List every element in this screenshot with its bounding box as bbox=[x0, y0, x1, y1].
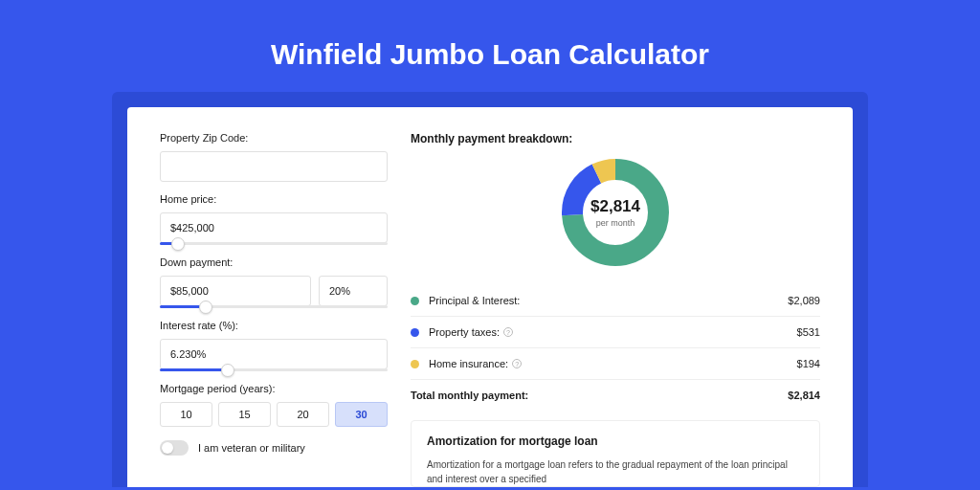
breakdown-label-insurance-text: Home insurance: bbox=[429, 358, 508, 369]
mortgage-period-group: Mortgage period (years): 10 15 20 30 bbox=[160, 383, 388, 427]
down-payment-pct-input[interactable] bbox=[319, 276, 388, 306]
veteran-toggle-row: I am veteran or military bbox=[160, 440, 388, 456]
interest-rate-input[interactable] bbox=[160, 339, 388, 369]
breakdown-row-insurance: Home insurance: ? $194 bbox=[411, 347, 820, 379]
down-payment-input[interactable] bbox=[160, 276, 311, 306]
interest-rate-group: Interest rate (%): bbox=[160, 320, 388, 371]
interest-rate-label: Interest rate (%): bbox=[160, 320, 388, 331]
home-price-input[interactable] bbox=[160, 212, 388, 243]
breakdown-row-total: Total monthly payment: $2,814 bbox=[411, 379, 820, 411]
down-payment-group: Down payment: bbox=[160, 256, 388, 308]
breakdown-row-taxes: Property taxes: ? $531 bbox=[411, 316, 820, 347]
amortization-card: Amortization for mortgage loan Amortizat… bbox=[411, 420, 820, 487]
down-payment-label: Down payment: bbox=[160, 256, 388, 268]
veteran-toggle[interactable] bbox=[160, 440, 189, 456]
dot-taxes bbox=[411, 328, 419, 337]
home-price-slider[interactable] bbox=[160, 242, 388, 245]
zip-input[interactable] bbox=[160, 151, 388, 182]
breakdown-row-principal: Principal & Interest: $2,089 bbox=[411, 285, 820, 316]
period-btn-15[interactable]: 15 bbox=[218, 402, 271, 427]
mortgage-period-label: Mortgage period (years): bbox=[160, 383, 388, 394]
donut-center-value: $2,814 bbox=[590, 197, 640, 216]
mortgage-period-options: 10 15 20 30 bbox=[160, 402, 388, 427]
interest-rate-slider-thumb[interactable] bbox=[221, 364, 234, 377]
period-btn-20[interactable]: 20 bbox=[277, 402, 329, 427]
home-price-label: Home price: bbox=[160, 193, 388, 205]
page-title: Winfield Jumbo Loan Calculator bbox=[0, 0, 980, 92]
breakdown-value-insurance: $194 bbox=[797, 358, 820, 369]
info-icon[interactable]: ? bbox=[503, 327, 513, 337]
zip-label: Property Zip Code: bbox=[160, 132, 388, 144]
donut-center-sub: per month bbox=[596, 218, 635, 228]
breakdown-value-taxes: $531 bbox=[797, 326, 820, 338]
interest-rate-slider-fill bbox=[160, 368, 228, 371]
period-btn-10[interactable]: 10 bbox=[160, 402, 212, 427]
home-price-slider-thumb[interactable] bbox=[171, 237, 185, 251]
period-btn-30[interactable]: 30 bbox=[335, 402, 388, 427]
info-icon[interactable]: ? bbox=[512, 359, 522, 368]
home-price-group: Home price: bbox=[160, 193, 388, 245]
interest-rate-slider[interactable] bbox=[160, 368, 388, 371]
breakdown-label-taxes: Property taxes: ? bbox=[429, 326, 797, 338]
breakdown-total-value: $2,814 bbox=[788, 390, 820, 401]
dot-principal bbox=[411, 297, 419, 305]
breakdown-label-principal: Principal & Interest: bbox=[429, 295, 788, 306]
amortization-body: Amortization for a mortgage loan refers … bbox=[427, 457, 804, 486]
donut-chart-wrap: $2,814 per month bbox=[411, 155, 820, 270]
breakdown-heading: Monthly payment breakdown: bbox=[411, 132, 820, 145]
breakdown-label-taxes-text: Property taxes: bbox=[429, 326, 500, 338]
amortization-heading: Amortization for mortgage loan bbox=[427, 434, 804, 448]
donut-chart: $2,814 per month bbox=[558, 155, 673, 270]
breakdown-label-principal-text: Principal & Interest: bbox=[429, 295, 520, 306]
breakdown-list: Principal & Interest: $2,089 Property ta… bbox=[411, 285, 820, 411]
calculator-inner-card: Property Zip Code: Home price: Down paym… bbox=[127, 107, 853, 487]
down-payment-slider[interactable] bbox=[160, 305, 388, 308]
breakdown-label-insurance: Home insurance: ? bbox=[429, 358, 797, 369]
breakdown-total-label: Total monthly payment: bbox=[411, 390, 788, 401]
down-payment-slider-thumb[interactable] bbox=[199, 301, 212, 314]
veteran-toggle-label: I am veteran or military bbox=[198, 442, 305, 454]
dot-insurance bbox=[411, 360, 419, 368]
content-column: Monthly payment breakdown: $2,814 per mo… bbox=[411, 132, 820, 487]
calculator-outer-card: Property Zip Code: Home price: Down paym… bbox=[112, 92, 868, 487]
zip-group: Property Zip Code: bbox=[160, 132, 388, 182]
form-column: Property Zip Code: Home price: Down paym… bbox=[160, 132, 388, 487]
breakdown-value-principal: $2,089 bbox=[788, 295, 820, 306]
donut-center: $2,814 per month bbox=[558, 155, 673, 270]
